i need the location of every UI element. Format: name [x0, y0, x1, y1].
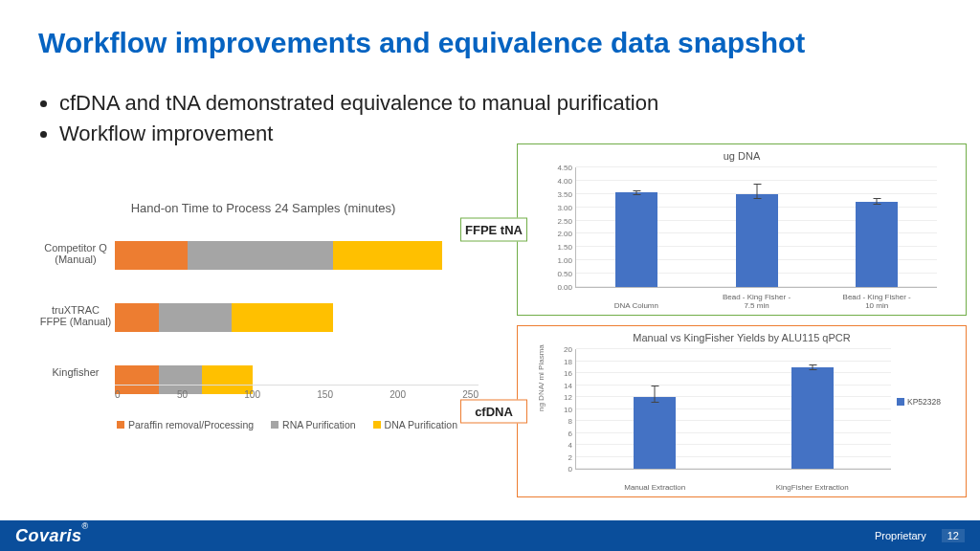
bar-segment	[159, 303, 232, 332]
bar	[736, 194, 778, 287]
legend-label: KP52328	[907, 397, 941, 407]
axis-tick: 0	[547, 465, 572, 474]
axis-tick: 4	[547, 441, 572, 450]
bar	[615, 192, 657, 287]
legend-item: Paraffin removal/Processing	[117, 419, 254, 430]
axis-tick: 3.00	[547, 203, 572, 211]
bar	[791, 367, 834, 469]
slide-footer: Covaris® Proprietary 12	[0, 520, 980, 551]
axis-tick: 2.00	[547, 230, 572, 238]
axis-tick: 8	[547, 417, 572, 426]
legend-item: RNA Purification	[271, 419, 355, 430]
axis-category-label: Manual Extraction	[616, 484, 693, 492]
axis-tick: 100	[244, 389, 260, 400]
axis-tick: 200	[390, 389, 406, 400]
axis-tick: 3.50	[547, 189, 572, 198]
axis-tick: 4.50	[547, 164, 572, 172]
page-number: 12	[942, 529, 965, 542]
bar-segment	[188, 241, 333, 270]
error-bar	[635, 190, 636, 196]
axis-tick: 4.00	[547, 176, 572, 185]
axis-tick: 20	[547, 345, 572, 354]
axis-category-label: DNA Column	[598, 302, 675, 310]
axis-tick: 1.00	[547, 256, 572, 265]
bar	[634, 397, 676, 469]
axis-category-label: Competitor Q (Manual)	[38, 242, 113, 265]
axis-category-label: Bead - King Fisher - 7.5 min	[719, 294, 795, 310]
legend-item: DNA Purification	[373, 419, 457, 430]
axis-tick: 2.50	[547, 216, 572, 225]
axis-tick: 0.00	[547, 283, 572, 292]
panel-label: cfDNA	[460, 400, 527, 424]
stacked-bar	[115, 303, 333, 332]
bullet-item: cfDNA and tNA demonstrated equivalence t…	[59, 91, 658, 116]
page-title: Workflow improvements and equivalence da…	[38, 27, 805, 59]
axis-category-label: KingFisher Extraction	[774, 484, 851, 492]
axis-tick: 2	[547, 452, 572, 461]
error-bar	[756, 184, 757, 200]
axis-tick: 1.50	[547, 243, 572, 252]
bar-segment	[232, 303, 333, 332]
bar-segment	[115, 241, 188, 270]
axis-tick: 12	[547, 393, 572, 402]
axis-category-label: Bead - King Fisher - 10 min	[838, 294, 915, 310]
chart-title: Manual vs KingFisher Yields by ALU115 qP…	[537, 332, 947, 343]
panel-ffpe-tna: FFPE tNA ug DNA 0.000.501.001.502.002.50…	[517, 143, 967, 316]
axis-tick: 0.50	[547, 270, 572, 278]
axis-tick: 6	[547, 429, 572, 437]
axis-tick: 50	[177, 389, 188, 400]
chart-workflow-time: Hand-on Time to Process 24 Samples (minu…	[38, 201, 488, 478]
panel-cfdna: cfDNA Manual vs KingFisher Yields by ALU…	[517, 325, 967, 497]
axis-tick: 250	[462, 389, 479, 400]
chart-legend: KP52328	[897, 397, 941, 407]
chart-title: ug DNA	[537, 150, 947, 162]
error-bar	[812, 364, 813, 370]
axis-tick: 16	[547, 369, 572, 378]
chart-title: Hand-on Time to Process 24 Samples (minu…	[38, 201, 488, 215]
brand-logo: Covaris®	[15, 526, 89, 546]
error-bar	[877, 198, 878, 205]
footer-tag: Proprietary	[875, 530, 926, 541]
axis-tick: 18	[547, 357, 572, 365]
axis-tick: 14	[547, 381, 572, 389]
axis-tick: 10	[547, 405, 572, 413]
axis-tick: 150	[317, 389, 333, 400]
y-axis-label: ng DNA/ ml Plasma	[537, 344, 546, 411]
axis-tick: 0	[115, 389, 121, 400]
bar	[856, 202, 898, 287]
panel-label: FFPE tNA	[460, 218, 527, 242]
bar-segment	[115, 303, 159, 332]
axis-category-label: Kingfisher	[38, 366, 113, 378]
error-bar	[655, 386, 656, 404]
bar-segment	[333, 241, 442, 270]
axis-category-label: truXTRAC FFPE (Manual)	[38, 304, 113, 327]
stacked-bar	[115, 241, 442, 270]
